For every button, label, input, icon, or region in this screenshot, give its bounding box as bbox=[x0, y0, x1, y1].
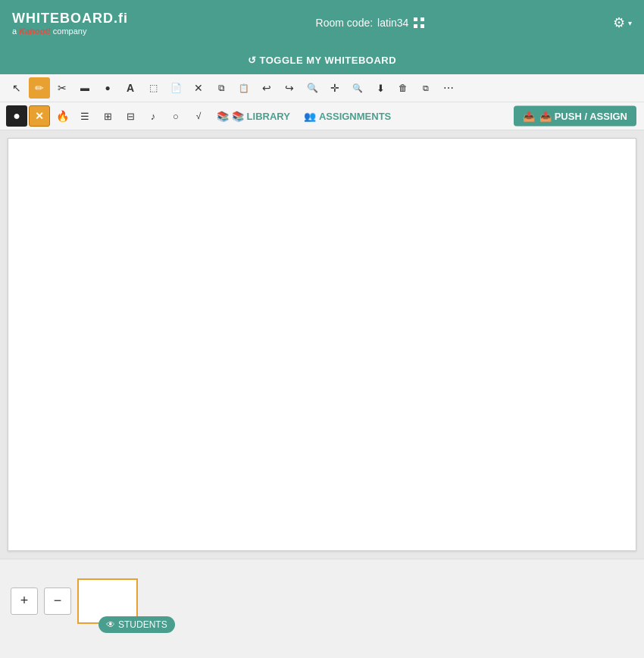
svg-rect-3 bbox=[420, 24, 424, 28]
tool-redo[interactable]: ↪ bbox=[279, 77, 300, 99]
tool-cut[interactable]: ✂ bbox=[52, 77, 73, 99]
remove-page-button[interactable]: − bbox=[44, 588, 71, 615]
tool-lines[interactable]: ☰ bbox=[74, 105, 95, 127]
plus-icon: + bbox=[20, 593, 29, 609]
logo-title: WHITEBOARD.fi bbox=[12, 11, 128, 27]
grid-icon bbox=[413, 17, 425, 29]
students-button[interactable]: 👁 STUDENTS bbox=[98, 616, 175, 633]
tool-download[interactable]: ⬇ bbox=[370, 77, 391, 99]
toggle-whiteboard-bar[interactable]: ↺ TOGGLE MY WHITEBOARD bbox=[0, 45, 644, 74]
tool-music[interactable]: ♪ bbox=[142, 105, 164, 127]
tool-sqrt[interactable]: √ bbox=[188, 105, 209, 127]
tool-table[interactable]: ⊞ bbox=[97, 105, 118, 127]
tool-more[interactable]: ⋯ bbox=[438, 77, 459, 99]
toolbar-area: ↖ ✏ ✂ ▬ ● A ⬚ 📄 ✕ ⧉ 📋 ↩ ↪ 🔍 ✛ 🔍 ⬇ 🗑 ⧉ ⋯ … bbox=[0, 74, 644, 130]
toolbar-row2: ● ✕ 🔥 ☰ ⊞ ⊟ ♪ ○ √ 📚 📚 LIBRARY 👥 ASSIGNME… bbox=[0, 102, 644, 130]
kahoot-brand: Kahoot! bbox=[19, 27, 51, 36]
toolbar-row1: ↖ ✏ ✂ ▬ ● A ⬚ 📄 ✕ ⧉ 📋 ↩ ↪ 🔍 ✛ 🔍 ⬇ 🗑 ⧉ ⋯ bbox=[0, 74, 644, 102]
library-button[interactable]: 📚 📚 LIBRARY bbox=[211, 108, 296, 124]
tool-circle[interactable]: ● bbox=[97, 77, 118, 99]
library-label: 📚 LIBRARY bbox=[232, 111, 290, 122]
minus-icon: − bbox=[54, 593, 62, 609]
assignments-button[interactable]: 👥 ASSIGNMENTS bbox=[298, 108, 397, 124]
tool-color-black[interactable]: ● bbox=[6, 105, 27, 127]
svg-rect-2 bbox=[414, 24, 417, 28]
tool-rect[interactable]: ▬ bbox=[74, 77, 95, 99]
push-icon: 📤 bbox=[523, 111, 535, 122]
tool-paste[interactable]: 📋 bbox=[233, 77, 255, 99]
logo-sub: a Kahoot! company bbox=[12, 27, 128, 36]
gear-icon: ⚙ bbox=[613, 14, 625, 31]
logo-area: WHITEBOARD.fi a Kahoot! company bbox=[12, 11, 128, 36]
svg-rect-1 bbox=[420, 17, 424, 21]
room-code-label: Room code: bbox=[316, 17, 373, 29]
tool-eraser[interactable]: 🔥 bbox=[52, 105, 73, 127]
room-code-value: latin34 bbox=[377, 17, 408, 29]
tool-layers[interactable]: ⧉ bbox=[415, 77, 436, 99]
canvas-area bbox=[0, 130, 644, 559]
eye-icon: 👁 bbox=[106, 619, 115, 630]
tool-circle-o[interactable]: ○ bbox=[165, 105, 186, 127]
tool-copy[interactable]: ⧉ bbox=[211, 77, 232, 99]
tool-text[interactable]: A bbox=[120, 77, 141, 99]
tool-close2[interactable]: ✕ bbox=[188, 77, 209, 99]
whiteboard-canvas[interactable] bbox=[8, 138, 636, 551]
tool-search[interactable]: 🔍 bbox=[302, 77, 323, 99]
tool-pencil[interactable]: ✏ bbox=[29, 77, 50, 99]
footer: + − 👁 STUDENTS bbox=[0, 559, 644, 642]
tool-trash[interactable]: 🗑 bbox=[392, 77, 414, 99]
room-code-area: Room code: latin34 bbox=[316, 17, 426, 29]
settings-button[interactable]: ⚙ ▾ bbox=[613, 14, 632, 31]
add-page-button[interactable]: + bbox=[11, 588, 38, 615]
tool-zoom-out[interactable]: 🔍 bbox=[347, 77, 368, 99]
tool-move[interactable]: ✛ bbox=[324, 77, 345, 99]
header: WHITEBOARD.fi a Kahoot! company Room cod… bbox=[0, 0, 644, 45]
push-assign-button[interactable]: 📤 📤 PUSH / ASSIGN bbox=[514, 106, 636, 127]
settings-chevron: ▾ bbox=[628, 19, 632, 27]
tool-doc[interactable]: 📄 bbox=[165, 77, 186, 99]
assignments-icon: 👥 bbox=[304, 111, 316, 122]
toggle-label: ↺ TOGGLE MY WHITEBOARD bbox=[248, 55, 396, 66]
library-icon: 📚 bbox=[217, 111, 229, 122]
tool-clear-x[interactable]: ✕ bbox=[29, 105, 50, 127]
tool-image[interactable]: ⬚ bbox=[142, 77, 164, 99]
students-label: STUDENTS bbox=[118, 619, 167, 630]
tool-select[interactable]: ↖ bbox=[6, 77, 27, 99]
push-assign-label: 📤 PUSH / ASSIGN bbox=[539, 111, 627, 122]
tool-undo[interactable]: ↩ bbox=[256, 77, 277, 99]
tool-table2[interactable]: ⊟ bbox=[120, 105, 141, 127]
assignments-label: ASSIGNMENTS bbox=[319, 111, 391, 122]
svg-rect-0 bbox=[414, 17, 417, 21]
